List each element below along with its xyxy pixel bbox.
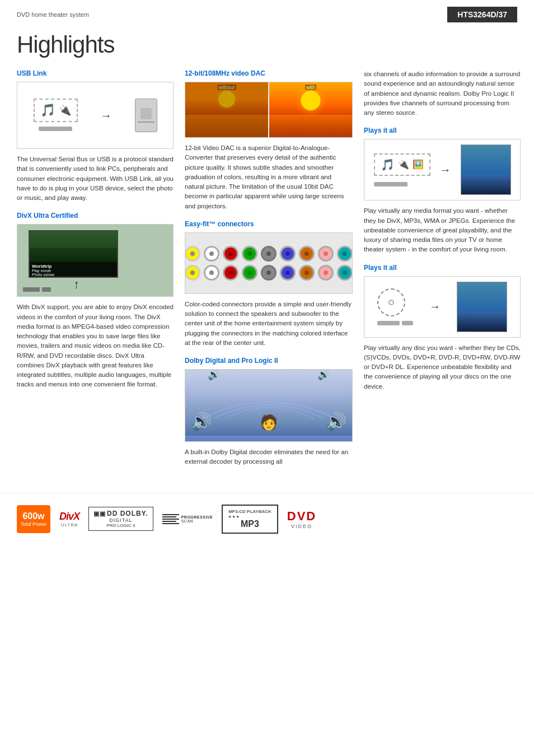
dac-with-label: with <box>305 85 316 90</box>
usb-image: 🎵 🔌 → <box>17 82 174 149</box>
plays-media-title: Plays it all <box>364 127 521 134</box>
dac-body-text: 12-bit Video DAC is a superior Digital-t… <box>185 143 353 211</box>
column-3: six channels of audio information to pro… <box>364 69 521 476</box>
power-label: Total Power <box>20 521 46 527</box>
mp3-logo: MP3-CD PLAYBACK ● ● ● MP3 <box>222 505 278 534</box>
divx-menu-item-3: Photo sshow <box>32 273 115 277</box>
plays-arrow-icon: → <box>440 164 451 176</box>
plays-disc-body-text: Play virtually any disc you want - wheth… <box>364 343 521 391</box>
column-2: 12-bit/108MHz video DAC without with 12-… <box>185 69 353 476</box>
connectors-body-text: Color-coded connectors provide a simple … <box>185 300 353 348</box>
power-logo: 600w Total Power <box>17 505 50 533</box>
divx-section-title: DivX Ultra Certified <box>17 212 174 220</box>
progressive-scan-logo: PROGRESSIVE SCAN <box>162 514 213 524</box>
disc-left-icons <box>377 288 413 325</box>
dolby-logo-line2: DIGITAL <box>109 517 132 523</box>
usb-body-text: The Universal Serial Bus or USB is a pro… <box>17 155 174 203</box>
dvd-logo: DVD VIDEO <box>287 509 316 529</box>
dac-image: without with <box>185 82 353 138</box>
plays-disc-title: Plays it all <box>364 264 521 272</box>
dolby-continuation-text: six channels of audio information to pro… <box>364 69 521 118</box>
divx-logo: DivX ULTRA <box>59 511 79 528</box>
dolby-section-title: Dolby Digital and Pro Logic II <box>185 357 353 365</box>
dac-with-panel: with <box>269 82 352 137</box>
page-header: DVD home theater system HTS3264D/37 <box>0 0 534 26</box>
divx-image: Worldtrip Play movie Photo sshow Audio m… <box>17 224 174 297</box>
dolby-body-text: A built-in Dolby Digital decoder elimina… <box>185 447 353 467</box>
page-title: Highlights <box>0 26 534 69</box>
divx-menu-item-2: Play movie <box>32 269 115 273</box>
disc-icon <box>377 288 405 316</box>
divx-logo-text: DivX <box>59 511 79 522</box>
mp3-badge: MP3-CD PLAYBACK ● ● ● MP3 <box>222 505 278 534</box>
bottom-logos-bar: 600w Total Power DivX ULTRA ▣▣ DD DOLBY.… <box>0 493 534 545</box>
divx-logo-sub: ULTRA <box>61 522 78 528</box>
dac-section-title: 12-bit/108MHz video DAC <box>185 69 353 77</box>
usb-music-icon: 🎵 🔌 <box>34 99 78 132</box>
progressive-scan-lines <box>162 514 179 524</box>
model-number: HTS3264D/37 <box>447 7 517 22</box>
dolby-image: 🔊 🔊 🧑 🔊 🔊 <box>185 369 353 442</box>
column-1: USB Link 🎵 🔌 → The Universal Serial Bus … <box>17 69 174 476</box>
plays-media-image: 🎵 🔌 🖼️ → <box>364 139 521 200</box>
progressive-scan-text: PROGRESSIVE SCAN <box>181 515 213 523</box>
divx-body-text: With DivX support, you are able to enjoy… <box>17 302 174 389</box>
plays-media-body-text: Play virtually any media format you want… <box>364 206 521 254</box>
arrow-icon: → <box>101 109 112 122</box>
power-badge: 600w Total Power <box>17 505 50 533</box>
usb-device-icon <box>135 99 157 132</box>
disc-hole <box>388 300 394 305</box>
disc-right-preview <box>457 282 507 332</box>
connectors-image <box>185 232 353 294</box>
usb-section-title: USB Link <box>17 69 174 77</box>
main-content: USB Link 🎵 🔌 → The Universal Serial Bus … <box>0 69 534 476</box>
plays-media-left-icons: 🎵 🔌 🖼️ <box>374 153 430 186</box>
connectors-section-title: Easy-fit™ connectors <box>185 220 353 228</box>
plays-disc-image: → <box>364 276 521 338</box>
dolby-logo: ▣▣ DD DOLBY. DIGITAL PRO LOGIC II <box>88 507 153 531</box>
dvd-logo-sub: VIDEO <box>291 524 312 529</box>
power-value: 600w <box>22 511 44 521</box>
disc-arrow-icon: → <box>429 300 441 313</box>
divx-menu-item-1: Worldtrip <box>32 264 115 269</box>
dac-without-panel: without <box>185 82 268 137</box>
dolby-logo-line1: ▣▣ DD DOLBY. <box>93 510 148 517</box>
dolby-logo-line3: PRO LOGIC II <box>106 523 135 528</box>
plays-media-right-preview <box>461 144 511 195</box>
product-category: DVD home theater system <box>17 11 89 18</box>
dvd-logo-text: DVD <box>287 509 316 524</box>
